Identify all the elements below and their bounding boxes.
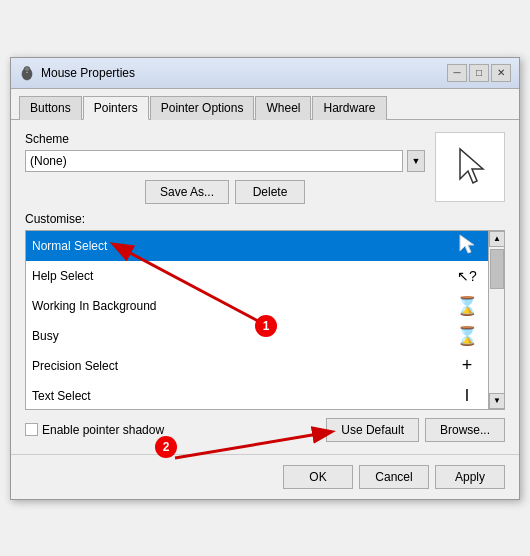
scheme-value[interactable]: (None) bbox=[25, 150, 403, 172]
scheme-row: (None) ▼ bbox=[25, 150, 425, 172]
scheme-dropdown-button[interactable]: ▼ bbox=[407, 150, 425, 172]
pointer-shadow-label[interactable]: Enable pointer shadow bbox=[25, 423, 164, 437]
list-item-precision-select[interactable]: Precision Select + bbox=[26, 351, 488, 381]
list-item-help-select[interactable]: Help Select ↖? bbox=[26, 261, 488, 291]
pointer-shadow-checkbox[interactable] bbox=[25, 423, 38, 436]
minimize-button[interactable]: ─ bbox=[447, 64, 467, 82]
scheme-buttons: Save As... Delete bbox=[25, 180, 425, 204]
apply-button[interactable]: Apply bbox=[435, 465, 505, 489]
cancel-button[interactable]: Cancel bbox=[359, 465, 429, 489]
delete-button[interactable]: Delete bbox=[235, 180, 305, 204]
working-background-icon: ⌛ bbox=[452, 295, 482, 317]
maximize-button[interactable]: □ bbox=[469, 64, 489, 82]
annotation-circle-1: 1 bbox=[255, 315, 277, 337]
cursor-preview bbox=[435, 132, 505, 202]
tab-buttons[interactable]: Buttons bbox=[19, 96, 82, 120]
annotation-circle-2: 2 bbox=[155, 436, 177, 458]
annotation-container: Normal Select Help Select ↖? bbox=[25, 230, 505, 410]
help-select-icon: ↖? bbox=[452, 268, 482, 284]
tab-hardware[interactable]: Hardware bbox=[312, 96, 386, 120]
bottom-row: Enable pointer shadow Use Default Browse… bbox=[25, 418, 505, 442]
list-item-normal-select[interactable]: Normal Select bbox=[26, 231, 488, 261]
mouse-icon bbox=[19, 65, 35, 81]
normal-select-icon bbox=[452, 234, 482, 258]
scheme-label: Scheme bbox=[25, 132, 425, 146]
scrollbar-thumb[interactable] bbox=[490, 249, 504, 289]
scheme-section: Scheme (None) ▼ Save As... Delete bbox=[25, 132, 505, 204]
cursor-preview-image bbox=[455, 147, 485, 187]
tab-pointer-options[interactable]: Pointer Options bbox=[150, 96, 255, 120]
scroll-down-arrow[interactable]: ▼ bbox=[489, 393, 505, 409]
title-bar-left: Mouse Properties bbox=[19, 65, 135, 81]
svg-marker-3 bbox=[460, 149, 483, 183]
mouse-properties-dialog: Mouse Properties ─ □ ✕ Buttons Pointers … bbox=[10, 57, 520, 500]
precision-select-icon: + bbox=[452, 355, 482, 376]
text-select-icon: I bbox=[452, 387, 482, 405]
dialog-footer: OK Cancel Apply bbox=[11, 454, 519, 499]
title-bar-controls: ─ □ ✕ bbox=[447, 64, 511, 82]
svg-marker-4 bbox=[460, 235, 474, 253]
tab-pointers[interactable]: Pointers bbox=[83, 96, 149, 120]
list-item-working-background[interactable]: Working In Background ⌛ bbox=[26, 291, 488, 321]
scroll-up-arrow[interactable]: ▲ bbox=[489, 231, 505, 247]
scheme-left: Scheme (None) ▼ Save As... Delete bbox=[25, 132, 425, 204]
list-item-text-select[interactable]: Text Select I bbox=[26, 381, 488, 410]
scrollbar-track[interactable] bbox=[489, 247, 504, 393]
use-default-button[interactable]: Use Default bbox=[326, 418, 419, 442]
save-as-button[interactable]: Save As... bbox=[145, 180, 229, 204]
close-button[interactable]: ✕ bbox=[491, 64, 511, 82]
tab-bar: Buttons Pointers Pointer Options Wheel H… bbox=[11, 89, 519, 120]
window-title: Mouse Properties bbox=[41, 66, 135, 80]
tab-wheel[interactable]: Wheel bbox=[255, 96, 311, 120]
scrollbar[interactable]: ▲ ▼ bbox=[488, 231, 504, 409]
dialog-content: Scheme (None) ▼ Save As... Delete bbox=[11, 120, 519, 454]
svg-point-2 bbox=[24, 66, 30, 71]
ok-button[interactable]: OK bbox=[283, 465, 353, 489]
title-bar: Mouse Properties ─ □ ✕ bbox=[11, 58, 519, 89]
browse-button[interactable]: Browse... bbox=[425, 418, 505, 442]
busy-icon: ⌛ bbox=[452, 325, 482, 347]
customise-label: Customise: bbox=[25, 212, 505, 226]
